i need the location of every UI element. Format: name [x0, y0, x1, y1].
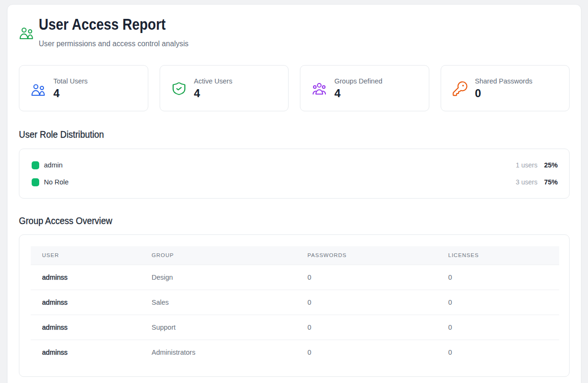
- column-header-licenses: LICENSES: [437, 246, 559, 265]
- cell-user: adminss: [31, 340, 140, 365]
- page-title: User Access Report: [39, 15, 170, 34]
- stats-row: Total Users 4 Active Users 4: [19, 65, 570, 111]
- group-access-table: USER GROUP PASSWORDS LICENSES adminss De…: [31, 246, 559, 365]
- cell-licenses: 0: [437, 315, 559, 340]
- report-header-text: User Access Report User permissions and …: [39, 15, 192, 49]
- stat-card-active-users: Active Users 4: [160, 65, 289, 111]
- stat-text: Shared Passwords 0: [475, 76, 533, 100]
- key-icon: [452, 81, 468, 96]
- page-subtitle: User permissions and access control anal…: [39, 39, 188, 49]
- stat-label: Groups Defined: [334, 76, 383, 86]
- role-name: admin: [44, 161, 63, 169]
- cell-group: Design: [140, 265, 296, 290]
- role-distribution-card: admin 1 users 25% No Role 3 users 75%: [19, 149, 570, 199]
- table-row: adminss Design 0 0: [31, 265, 559, 290]
- stat-card-groups-defined: Groups Defined 4: [300, 65, 429, 111]
- stat-text: Total Users 4: [53, 76, 88, 100]
- report-card: User Access Report User permissions and …: [7, 4, 581, 383]
- role-percent: 25%: [544, 161, 558, 169]
- role-swatch: [32, 161, 39, 169]
- cell-user: adminss: [31, 265, 140, 290]
- role-percent: 75%: [544, 178, 558, 186]
- cell-group: Sales: [140, 290, 296, 315]
- stat-text: Active Users 4: [194, 76, 232, 100]
- role-swatch: [32, 178, 39, 186]
- table-row: adminss Support 0 0: [31, 315, 559, 340]
- cell-user: adminss: [31, 315, 140, 340]
- users-icon: [31, 83, 46, 98]
- cell-group: Support: [140, 315, 296, 340]
- cell-group: Administrators: [140, 340, 296, 365]
- role-user-count: 1 users: [516, 161, 537, 169]
- role-row: No Role 3 users 75%: [31, 177, 558, 187]
- group-access-card: USER GROUP PASSWORDS LICENSES adminss De…: [19, 234, 570, 377]
- column-header-passwords: PASSWORDS: [296, 246, 437, 265]
- column-header-group: GROUP: [140, 246, 296, 265]
- shield-check-icon: [171, 81, 187, 96]
- stat-value: 0: [475, 87, 533, 100]
- users-icon: [19, 26, 34, 41]
- report-header: User Access Report User permissions and …: [19, 15, 570, 49]
- role-user-count: 3 users: [516, 178, 537, 186]
- role-row: admin 1 users 25%: [31, 160, 558, 170]
- stat-value: 4: [194, 87, 232, 100]
- stat-value: 4: [334, 87, 383, 100]
- table-header-row: USER GROUP PASSWORDS LICENSES: [31, 246, 559, 265]
- cell-passwords: 0: [296, 340, 437, 365]
- stat-card-shared-passwords: Shared Passwords 0: [441, 65, 570, 111]
- table-row: adminss Administrators 0 0: [31, 340, 559, 365]
- user-group-icon: [312, 81, 327, 96]
- stat-label: Total Users: [53, 76, 88, 86]
- cell-licenses: 0: [437, 340, 559, 365]
- stat-label: Shared Passwords: [475, 76, 533, 86]
- group-access-heading: Group Access Overview: [19, 215, 542, 227]
- role-name: No Role: [44, 178, 68, 186]
- cell-passwords: 0: [296, 315, 437, 340]
- cell-user: adminss: [31, 290, 140, 315]
- stat-label: Active Users: [194, 76, 232, 86]
- cell-passwords: 0: [296, 265, 437, 290]
- stat-card-total-users: Total Users 4: [19, 65, 148, 111]
- role-distribution-heading: User Role Distribution: [19, 128, 542, 141]
- cell-licenses: 0: [437, 290, 559, 315]
- cell-licenses: 0: [437, 265, 559, 290]
- column-header-user: USER: [31, 246, 140, 265]
- stat-value: 4: [53, 87, 88, 100]
- stat-text: Groups Defined 4: [334, 76, 383, 100]
- cell-passwords: 0: [296, 290, 437, 315]
- table-row: adminss Sales 0 0: [31, 290, 559, 315]
